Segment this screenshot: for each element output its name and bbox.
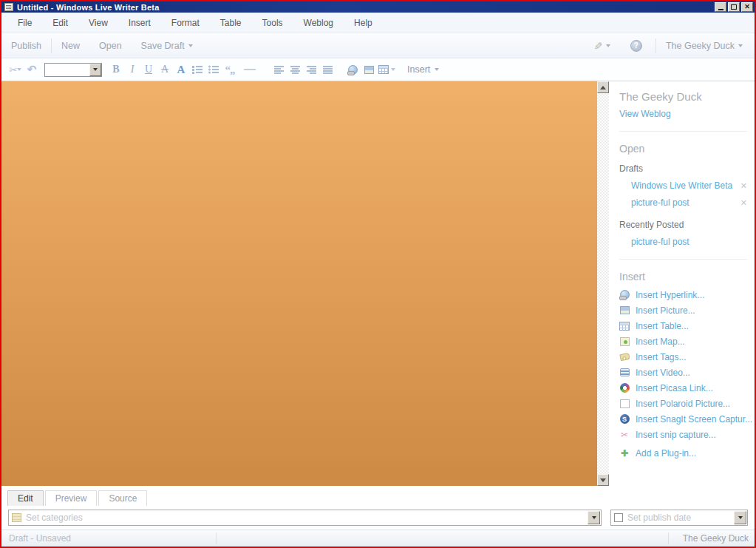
divider [619, 131, 747, 132]
align-left-button[interactable] [272, 63, 285, 77]
set-categories-combobox[interactable]: Set categories [8, 510, 602, 526]
publish-date-placeholder: Set publish date [627, 513, 691, 523]
bottom-bar: Set categories Set publish date [1, 506, 755, 530]
menu-edit[interactable]: Edit [42, 18, 78, 28]
restore-icon [731, 4, 737, 10]
vertical-scrollbar [597, 81, 609, 486]
set-publish-date-combobox[interactable]: Set publish date [610, 510, 748, 526]
publish-date-checkbox[interactable] [614, 513, 623, 522]
underline-button[interactable]: U [142, 63, 155, 77]
align-left-icon [274, 66, 284, 74]
picture-icon [364, 66, 374, 74]
delete-draft-icon[interactable]: ✕ [740, 181, 747, 191]
insert-hyperlink-button[interactable] [346, 63, 359, 77]
bullet-list-button[interactable] [207, 63, 220, 77]
recently-posted-header: Recently Posted [619, 220, 755, 230]
strikethrough-button[interactable]: A [158, 63, 171, 77]
scroll-down-button[interactable] [597, 474, 609, 486]
blockquote-button[interactable]: “„ [223, 63, 236, 77]
align-justify-button[interactable] [321, 63, 334, 77]
insert-polaroid-item[interactable]: Insert Polaroid Picture... [619, 396, 755, 411]
open-section-header: Open [619, 143, 755, 155]
insert-dropdown[interactable]: Insert [407, 64, 439, 75]
insert-map-item[interactable]: Insert Map... [619, 334, 755, 349]
insert-table-button[interactable] [378, 63, 395, 77]
insert-item-label: Insert Tags... [636, 352, 686, 362]
dropdown-arrow-icon [738, 516, 743, 519]
minimize-button[interactable] [715, 2, 726, 12]
align-center-button[interactable] [288, 63, 302, 77]
draft-row: picture-ful post ✕ [619, 197, 755, 208]
categories-dropdown-button[interactable] [588, 511, 600, 524]
pen-style-button[interactable]: ✎ [584, 40, 620, 52]
insert-snagit-item[interactable]: S Insert SnagIt Screen Captur... [619, 411, 755, 427]
align-right-button[interactable] [304, 63, 318, 77]
insert-item-label: Insert SnagIt Screen Captur... [636, 414, 752, 424]
cut-button[interactable]: ✂ [9, 63, 22, 77]
font-select[interactable] [44, 63, 102, 77]
undo-icon: ↶ [27, 63, 37, 76]
insert-picture-item[interactable]: Insert Picture... [619, 302, 755, 318]
quotes-icon: “„ [225, 64, 235, 76]
save-draft-label: Save Draft [141, 41, 185, 51]
insert-item-label: Insert Map... [636, 336, 685, 347]
menu-format[interactable]: Format [161, 18, 210, 28]
font-select-dropdown-button[interactable] [89, 64, 101, 76]
view-weblog-link[interactable]: View Weblog [619, 109, 755, 119]
chevron-down-icon [435, 68, 439, 71]
bold-button[interactable]: B [109, 63, 123, 77]
account-label: The Geeky Duck [666, 41, 735, 51]
menu-tools[interactable]: Tools [252, 18, 293, 28]
categories-icon [12, 513, 21, 522]
tab-preview[interactable]: Preview [45, 490, 98, 506]
help-button[interactable]: ? [630, 40, 642, 52]
insert-table-item[interactable]: Insert Table... [619, 318, 755, 334]
plus-icon: ✚ [619, 448, 630, 458]
chevron-down-icon [606, 44, 610, 47]
insert-item-label: Insert Table... [636, 321, 689, 331]
draft-link[interactable]: Windows Live Writer Beta [631, 180, 732, 191]
open-button[interactable]: Open [89, 41, 132, 51]
italic-button[interactable]: I [126, 63, 139, 77]
close-button[interactable]: ✕ [741, 2, 753, 12]
tab-edit[interactable]: Edit [7, 490, 44, 506]
divider [619, 259, 747, 260]
account-selector[interactable]: The Geeky Duck [656, 41, 755, 51]
numbered-list-button[interactable] [191, 63, 204, 77]
publish-button[interactable]: Publish [1, 41, 51, 51]
menu-table[interactable]: Table [210, 18, 252, 28]
snagit-icon: S [619, 414, 630, 424]
scroll-up-icon [600, 86, 606, 89]
editor-canvas[interactable] [1, 81, 597, 486]
insert-snip-item[interactable]: ✂ Insert snip capture... [619, 427, 755, 442]
scroll-up-button[interactable] [597, 81, 609, 93]
scrollbar-track[interactable] [597, 93, 609, 474]
delete-draft-icon[interactable]: ✕ [740, 198, 747, 208]
save-draft-button[interactable]: Save Draft [132, 41, 202, 51]
menu-help[interactable]: Help [344, 18, 383, 28]
horizontal-line-button[interactable]: — [244, 63, 256, 76]
polaroid-icon [619, 399, 630, 408]
menu-insert[interactable]: Insert [118, 18, 161, 28]
minimize-icon [718, 9, 723, 10]
tab-source[interactable]: Source [98, 490, 147, 506]
restore-button[interactable] [728, 2, 740, 12]
draft-link[interactable]: picture-ful post [631, 197, 689, 208]
menu-weblog[interactable]: Weblog [293, 18, 344, 28]
recent-post-link[interactable]: picture-ful post [631, 237, 689, 247]
insert-picasa-item[interactable]: Insert Picasa Link... [619, 380, 755, 396]
pen-icon: ✎ [592, 41, 604, 50]
insert-video-item[interactable]: Insert Video... [619, 365, 755, 380]
dropdown-arrow-icon [93, 68, 98, 71]
insert-hyperlink-item[interactable]: Insert Hyperlink... [619, 287, 755, 302]
menu-view[interactable]: View [78, 18, 118, 28]
insert-tags-item[interactable]: Insert Tags... [619, 349, 755, 365]
add-plugin-item[interactable]: ✚ Add a Plug-in... [619, 445, 755, 461]
publish-date-dropdown-button[interactable] [734, 511, 746, 524]
font-color-button[interactable]: A [174, 63, 188, 77]
undo-button[interactable]: ↶ [25, 63, 38, 77]
insert-picture-button[interactable] [362, 63, 375, 77]
chevron-down-icon [188, 44, 193, 47]
new-button[interactable]: New [52, 41, 89, 51]
menu-file[interactable]: File [7, 18, 42, 28]
